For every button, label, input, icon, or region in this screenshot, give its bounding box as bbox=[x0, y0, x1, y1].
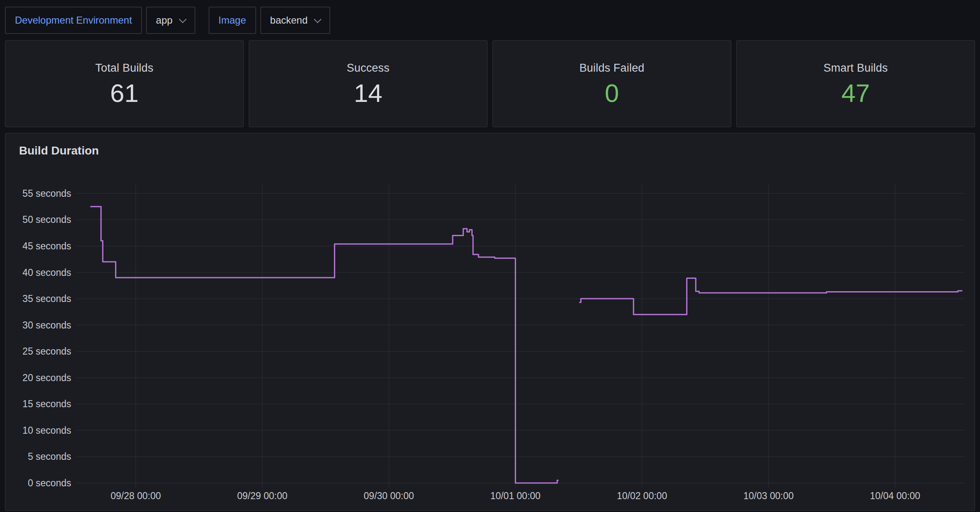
x-tick-label: 09/28 00:00 bbox=[86, 490, 185, 501]
x-tick-label: 10/01 00:00 bbox=[466, 490, 565, 501]
variable-value-text: app bbox=[156, 14, 173, 26]
stat-title: Success bbox=[347, 62, 389, 75]
plot-area[interactable] bbox=[76, 184, 965, 488]
build-duration-chart bbox=[76, 184, 965, 488]
variable-environment: Development Environment app bbox=[5, 7, 195, 34]
stats-row: Total Builds 61 Success 14 Builds Failed… bbox=[5, 40, 975, 127]
y-tick-label: 5 seconds bbox=[5, 451, 71, 462]
y-tick-label: 20 seconds bbox=[5, 372, 71, 383]
y-tick-label: 40 seconds bbox=[5, 267, 71, 278]
variable-label-image: Image bbox=[209, 7, 256, 34]
build-duration-panel: Build Duration 0 seconds5 seconds10 seco… bbox=[5, 133, 975, 511]
chevron-down-icon bbox=[314, 15, 322, 23]
x-tick-label: 09/30 00:00 bbox=[339, 490, 439, 501]
variable-image: Image backend bbox=[209, 7, 330, 34]
stat-title: Total Builds bbox=[95, 62, 153, 75]
stat-title: Builds Failed bbox=[579, 62, 644, 75]
stat-panel-total-builds: Total Builds 61 bbox=[5, 40, 244, 127]
x-tick-label: 10/02 00:00 bbox=[592, 490, 692, 501]
stat-title: Smart Builds bbox=[824, 62, 888, 75]
x-tick-label: 10/04 00:00 bbox=[845, 490, 945, 501]
y-tick-label: 45 seconds bbox=[5, 241, 71, 251]
stat-value: 14 bbox=[354, 80, 382, 106]
y-tick-label: 0 seconds bbox=[5, 478, 71, 488]
y-tick-label: 15 seconds bbox=[5, 398, 71, 409]
y-tick-label: 30 seconds bbox=[5, 320, 71, 331]
stat-panel-smart-builds: Smart Builds 47 bbox=[736, 40, 975, 127]
stat-value: 47 bbox=[841, 80, 870, 106]
dashboard: Development Environment app Image backen… bbox=[0, 0, 980, 512]
y-tick-label: 25 seconds bbox=[5, 346, 71, 357]
y-tick-label: 55 seconds bbox=[5, 188, 71, 199]
x-tick-label: 09/29 00:00 bbox=[213, 490, 312, 501]
y-tick-label: 50 seconds bbox=[5, 214, 71, 225]
stat-panel-builds-failed: Builds Failed 0 bbox=[492, 40, 731, 127]
variable-value-backend-dropdown[interactable]: backend bbox=[260, 7, 331, 34]
stat-value: 0 bbox=[605, 80, 619, 106]
variable-label-development-environment: Development Environment bbox=[5, 7, 142, 34]
x-tick-label: 10/03 00:00 bbox=[719, 490, 818, 501]
stat-value: 61 bbox=[110, 80, 139, 106]
stat-panel-success: Success 14 bbox=[249, 40, 488, 127]
variable-toolbar: Development Environment app Image backen… bbox=[5, 7, 975, 34]
chevron-down-icon bbox=[179, 15, 186, 23]
y-tick-label: 35 seconds bbox=[5, 293, 71, 304]
variable-value-app-dropdown[interactable]: app bbox=[146, 7, 195, 34]
y-tick-label: 10 seconds bbox=[5, 425, 71, 436]
variable-value-text: backend bbox=[270, 14, 308, 26]
panel-title[interactable]: Build Duration bbox=[19, 144, 99, 157]
